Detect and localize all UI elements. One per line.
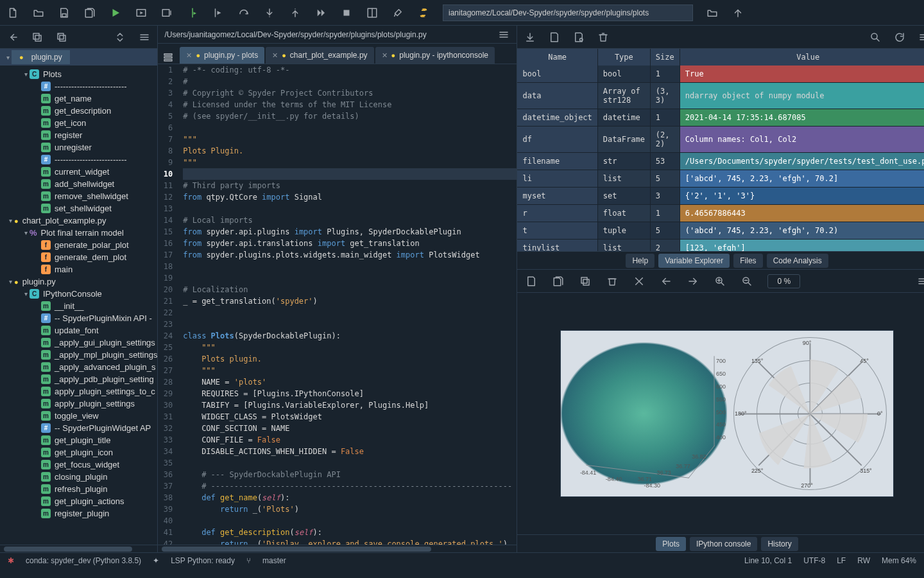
outline-item[interactable]: mtoggle_view xyxy=(0,410,157,422)
status-mem[interactable]: Mem 64% xyxy=(882,556,916,565)
variable-row[interactable]: dataArray of str128(3, 3)ndarray object … xyxy=(517,83,924,109)
outline-item[interactable]: ▾CPlots xyxy=(0,68,157,80)
preferences-icon[interactable] xyxy=(391,6,404,19)
zoom-out-icon[interactable] xyxy=(740,275,753,288)
outline-item[interactable]: mrefresh_plugin xyxy=(0,483,157,495)
outline-item[interactable]: munregister xyxy=(0,141,157,153)
col-value[interactable]: Value xyxy=(680,49,924,66)
save-all-icon[interactable] xyxy=(83,6,96,19)
col-size[interactable]: Size xyxy=(650,49,680,66)
outline-item[interactable]: ▾CIPythonConsole xyxy=(0,288,157,300)
variable-row[interactable]: boolbool1True xyxy=(517,66,924,83)
outline-item[interactable]: #-------------------------- xyxy=(0,153,157,166)
variable-row[interactable]: mysetset3{'2', '1', '3'} xyxy=(517,188,924,205)
parent-dir-icon[interactable] xyxy=(732,6,744,19)
outline-item[interactable]: mget_focus_widget xyxy=(0,459,157,471)
outline-item[interactable]: madd_shellwidget xyxy=(0,178,157,190)
outline-item[interactable]: ▾●chart_plot_example.py xyxy=(0,215,157,227)
maximize-pane-icon[interactable] xyxy=(366,6,379,19)
working-dir-input[interactable] xyxy=(443,4,693,21)
run-cell-advance-icon[interactable] xyxy=(160,6,173,19)
python-path-icon[interactable] xyxy=(417,6,430,19)
outline-item[interactable]: m__init__ xyxy=(0,300,157,312)
save-icon[interactable] xyxy=(58,6,71,19)
status-encoding[interactable]: UTF-8 xyxy=(803,556,825,565)
outline-item[interactable]: mupdate_font xyxy=(0,324,157,337)
editor-options-icon[interactable] xyxy=(497,28,510,41)
delete-var-icon[interactable] xyxy=(597,31,610,44)
code-editor[interactable]: 1234567891011▲12131415161718192021222324… xyxy=(158,64,517,545)
pane-tab[interactable]: Code Analysis xyxy=(767,254,828,268)
outline-item[interactable]: mapply_plugin_settings xyxy=(0,398,157,410)
save-plot-icon[interactable] xyxy=(525,275,538,288)
outline-item[interactable]: fgenerate_dem_plot xyxy=(0,251,157,263)
outline-item[interactable]: mcurrent_widget xyxy=(0,166,157,178)
outline-item[interactable]: fmain xyxy=(0,263,157,276)
back-icon[interactable] xyxy=(6,31,19,44)
run-icon[interactable] xyxy=(109,6,122,19)
debug-icon[interactable] xyxy=(212,6,225,19)
save-data-as-icon[interactable] xyxy=(572,31,585,44)
zoom-in-icon[interactable] xyxy=(714,275,726,288)
new-file-icon[interactable] xyxy=(6,6,19,19)
outline-item[interactable]: mregister_plugin xyxy=(0,507,157,520)
status-branch[interactable]: master xyxy=(262,556,286,565)
outline-item[interactable]: m_apply_pdb_plugin_setting xyxy=(0,373,157,385)
variable-row[interactable]: lilist5['abcd', 745, 2.23, 'efgh', 70.2] xyxy=(517,170,924,188)
col-type[interactable]: Type xyxy=(597,49,650,66)
copy-plot-icon[interactable] xyxy=(579,275,592,288)
outline-item[interactable]: m_apply_advanced_plugin_s xyxy=(0,361,157,373)
outline-item[interactable]: mremove_shellwidget xyxy=(0,190,157,202)
stop-debug-icon[interactable] xyxy=(340,6,353,19)
outline-item[interactable]: ▾%Plot final terrain model xyxy=(0,227,157,239)
close-tab-icon[interactable]: ✕ xyxy=(186,51,192,60)
expand-all-icon[interactable] xyxy=(114,31,126,44)
step-in-icon[interactable] xyxy=(263,6,276,19)
outline-item[interactable]: mget_plugin_title xyxy=(0,434,157,446)
outline-item[interactable]: mget_icon xyxy=(0,117,157,129)
outline-item[interactable]: mclosing_plugin xyxy=(0,471,157,483)
outline-item[interactable]: fgenerate_polar_plot xyxy=(0,239,157,251)
copy-abs-icon[interactable] xyxy=(55,31,68,44)
step-out-icon[interactable] xyxy=(289,6,302,19)
outline-item[interactable]: mget_plugin_actions xyxy=(0,495,157,507)
outline-item[interactable]: #-- SpyderPluginMixin API - xyxy=(0,312,157,324)
varexp-options-icon[interactable] xyxy=(918,31,924,44)
outline-file-tab[interactable]: ● plugin.py xyxy=(12,50,70,64)
outline-item[interactable]: m_apply_mpl_plugin_settings xyxy=(0,349,157,361)
editor-tab[interactable]: ✕●plugin.py - ipythonconsole xyxy=(375,47,495,64)
col-name[interactable]: Name xyxy=(517,49,597,66)
pane-tab[interactable]: Files xyxy=(733,254,762,268)
plots-options-icon[interactable] xyxy=(916,275,924,288)
variable-table[interactable]: Name Type Size Value boolbool1TruedataAr… xyxy=(517,49,924,251)
status-perm[interactable]: RW xyxy=(857,556,870,565)
outline-item[interactable]: mget_plugin_icon xyxy=(0,446,157,459)
variable-row[interactable]: dfDataFrame(2, 2)Column names: Col1, Col… xyxy=(517,127,924,153)
variable-row[interactable]: filenamestr53/Users/Documents/spyder/spy… xyxy=(517,153,924,170)
open-file-icon[interactable] xyxy=(32,6,45,19)
outline-item[interactable]: mget_description xyxy=(0,105,157,117)
status-eol[interactable]: LF xyxy=(837,556,846,565)
outline-item[interactable]: mapply_plugin_settings_to_c xyxy=(0,385,157,398)
pane-tab[interactable]: Plots xyxy=(656,537,686,551)
continue-icon[interactable] xyxy=(314,6,327,19)
outline-tab-expand[interactable]: ▾ xyxy=(4,54,12,61)
outline-item[interactable]: m_apply_gui_plugin_settings xyxy=(0,337,157,349)
browse-dir-icon[interactable] xyxy=(706,6,719,19)
run-selection-icon[interactable] xyxy=(186,6,199,19)
import-data-icon[interactable] xyxy=(524,31,536,44)
options-icon[interactable] xyxy=(138,31,151,44)
status-cursor[interactable]: Line 10, Col 1 xyxy=(744,556,792,565)
outline-item[interactable]: #-- SpyderPluginWidget AP xyxy=(0,422,157,434)
refresh-var-icon[interactable] xyxy=(893,31,906,44)
copy-icon[interactable] xyxy=(31,31,44,44)
tab-list-icon[interactable] xyxy=(162,51,175,64)
prev-plot-icon[interactable] xyxy=(660,275,672,288)
pane-tab[interactable]: IPython console xyxy=(690,537,757,551)
status-lsp[interactable]: LSP Python: ready xyxy=(171,556,235,565)
outline-item[interactable]: mregister xyxy=(0,129,157,141)
outline-item[interactable]: ▾●plugin.py xyxy=(0,276,157,288)
editor-tab[interactable]: ✕●chart_plot_example.py xyxy=(266,47,373,64)
variable-row[interactable]: datetime_objectdatetime12021-04-14 17:35… xyxy=(517,109,924,127)
variable-row[interactable]: rfloat16.46567886443 xyxy=(517,205,924,222)
